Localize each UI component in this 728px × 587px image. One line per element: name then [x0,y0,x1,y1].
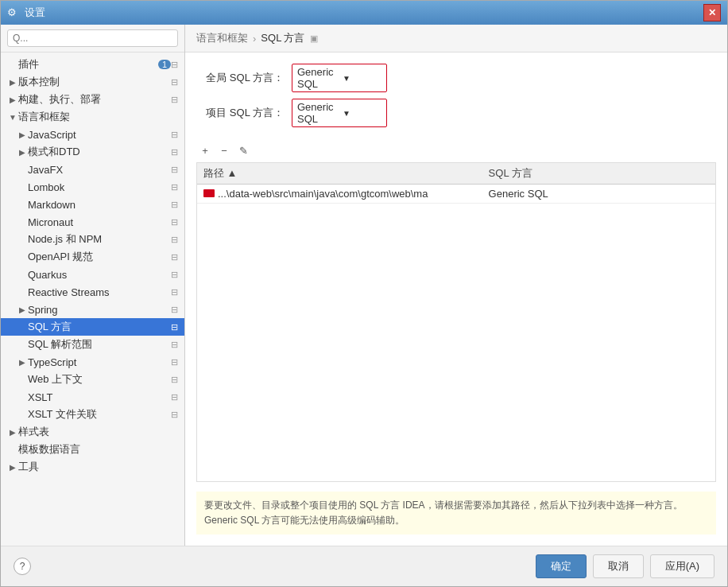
sidebar-item-label: 模板数据语言 [18,442,178,457]
settings-icon: ⊟ [171,182,178,192]
sidebar-item-openapi[interactable]: OpenAPI 规范⊟ [1,248,184,266]
sidebar-item-label: 工具 [18,460,178,474]
sidebar-item-tools[interactable]: ▶工具 [1,458,184,476]
sidebar-item-build[interactable]: ▶构建、执行、部署⊟ [1,91,184,108]
sidebar-item-label: Lombok [28,181,171,193]
tree-arrow-icon: ▶ [7,78,18,87]
right-panel: 语言和框架 › SQL 方言 ▣ 全局 SQL 方言： Generic SQL … [185,25,727,546]
tree-arrow-icon: ▼ [7,113,18,122]
sidebar-item-label: 语言和框架 [18,110,178,124]
sidebar-item-spring[interactable]: ▶Spring⊟ [1,301,184,318]
col-header-dialect: SQL 方言 [482,163,715,185]
settings-icon: ⊟ [171,60,178,70]
sidebar-item-markdown[interactable]: Markdown⊟ [1,196,184,213]
settings-icon: ⊟ [171,322,178,332]
sidebar-item-label: SQL 方言 [28,320,171,334]
sidebar-tree: 插件1⊟▶版本控制⊟▶构建、执行、部署⊟▼语言和框架▶JavaScript⊟▶模… [1,52,184,546]
settings-icon: ⊟ [171,217,178,227]
sidebar-item-label: Node.js 和 NPM [28,232,171,247]
settings-icon: ⊟ [171,252,178,262]
sidebar-item-stylesheets[interactable]: ▶样式表 [1,423,184,441]
sidebar-item-vcs[interactable]: ▶版本控制⊟ [1,73,184,91]
global-dialect-value: Generic SQL [297,66,336,90]
sidebar-item-sql-resolution[interactable]: SQL 解析范围⊟ [1,336,184,353]
sidebar-item-label: Spring [28,304,171,316]
sidebar-item-label: SQL 解析范围 [28,337,171,352]
sidebar-item-micronaut[interactable]: Micronaut⊟ [1,213,184,231]
tree-arrow-icon: ▶ [17,130,28,139]
tree-arrow-icon: ▶ [7,428,18,437]
project-dialect-dropdown[interactable]: Generic SQL ▼ [292,99,387,127]
sidebar-item-label: Web 上下文 [28,372,171,387]
tree-arrow-icon: ▶ [7,463,18,472]
sidebar-item-label: 样式表 [18,425,178,439]
tree-arrow-icon: ▶ [7,95,18,104]
sidebar-item-quarkus[interactable]: Quarkus⊟ [1,266,184,283]
sidebar-item-xslt[interactable]: XSLT⊟ [1,388,184,406]
sidebar-item-xslt-file[interactable]: XSLT 文件关联⊟ [1,406,184,423]
settings-icon: ⊟ [171,77,178,87]
sidebar-item-nodejs[interactable]: Node.js 和 NPM⊟ [1,231,184,248]
settings-icon: ⊟ [171,200,178,210]
dialect-table-wrapper: 路径 ▲ SQL 方言 ...\data-web\src\main\java\c… [196,162,716,482]
settings-icon: ⊟ [171,95,178,105]
sidebar-item-label: JavaFX [28,164,171,176]
title-bar: ⚙ 设置 ✕ [1,1,727,25]
tree-arrow-icon: ▶ [17,148,28,157]
settings-icon: ⊟ [171,375,178,385]
sidebar-item-reactive-streams[interactable]: Reactive Streams⊟ [1,283,184,301]
project-dialect-row: 项目 SQL 方言： Generic SQL ▼ [196,99,716,127]
breadcrumb-current: SQL 方言 [261,31,304,45]
cancel-button[interactable]: 取消 [593,554,644,578]
sidebar-item-label: 模式和DTD [28,145,171,159]
breadcrumb-icon: ▣ [310,33,318,44]
dropdown-arrow2-icon: ▼ [343,109,381,118]
settings-icon: ⊟ [171,410,178,420]
remove-button[interactable]: − [215,142,233,159]
dialog-footer: ? 确定 取消 应用(A) [1,546,727,586]
sidebar-item-label: Micronaut [28,216,171,228]
main-content: 插件1⊟▶版本控制⊟▶构建、执行、部署⊟▼语言和框架▶JavaScript⊟▶模… [1,25,727,546]
sidebar-item-schema-dtd[interactable]: ▶模式和DTD⊟ [1,143,184,161]
panel-header: 语言和框架 › SQL 方言 ▣ [185,25,727,52]
add-button[interactable]: + [196,142,214,159]
badge: 1 [158,60,171,69]
settings-icon: ⊟ [171,340,178,350]
settings-icon: ⊟ [171,147,178,157]
sidebar-item-typescript[interactable]: ▶TypeScript⊟ [1,353,184,371]
tree-arrow-icon: ▶ [17,305,28,314]
table-row[interactable]: ...\data-web\src\main\java\com\gtcom\web… [197,185,715,204]
sidebar-item-label: OpenAPI 规范 [28,250,171,264]
sidebar-item-javafx[interactable]: JavaFX⊟ [1,161,184,178]
title-bar-title: 设置 [25,6,703,20]
settings-icon: ⊟ [171,235,178,245]
dropdown-arrow-icon: ▼ [343,74,381,83]
table-toolbar: + − ✎ [196,142,716,159]
settings-icon: ⊟ [171,305,178,315]
app-icon: ⚙ [7,6,20,19]
help-button[interactable]: ? [14,558,31,575]
sidebar-item-plugins[interactable]: 插件1⊟ [1,56,184,73]
sidebar: 插件1⊟▶版本控制⊟▶构建、执行、部署⊟▼语言和框架▶JavaScript⊟▶模… [1,25,185,546]
search-input[interactable] [7,29,178,47]
sidebar-item-lang-framework[interactable]: ▼语言和框架 [1,108,184,126]
settings-icon: ⊟ [171,392,178,402]
sidebar-item-label: TypeScript [28,356,171,368]
apply-button[interactable]: 应用(A) [650,554,714,578]
settings-icon: ⊟ [171,357,178,367]
close-button[interactable]: ✕ [703,4,721,21]
settings-icon: ⊟ [171,165,178,175]
sidebar-item-sql-dialect[interactable]: SQL 方言⊟ [1,318,184,336]
search-box [1,25,184,52]
confirm-button[interactable]: 确定 [536,554,587,578]
dialect-table: 路径 ▲ SQL 方言 ...\data-web\src\main\java\c… [197,163,715,204]
sidebar-item-template-lang[interactable]: 模板数据语言 [1,441,184,458]
sidebar-item-label: Markdown [28,199,171,211]
settings-icon: ⊟ [171,130,178,140]
sidebar-item-lombok[interactable]: Lombok⊟ [1,178,184,196]
sidebar-item-javascript[interactable]: ▶JavaScript⊟ [1,126,184,143]
sidebar-item-web-context[interactable]: Web 上下文⊟ [1,371,184,388]
edit-button[interactable]: ✎ [234,142,252,159]
global-dialect-dropdown[interactable]: Generic SQL ▼ [292,64,387,92]
global-dialect-label: 全局 SQL 方言： [196,71,284,85]
